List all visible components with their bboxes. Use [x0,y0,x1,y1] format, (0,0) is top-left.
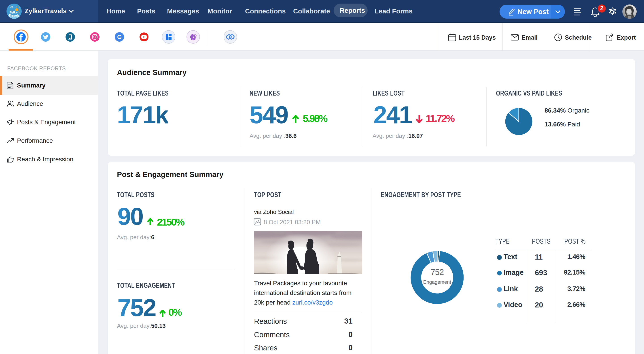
svg-text:G: G [117,34,122,40]
svg-text:Travels: Travels [9,14,20,17]
